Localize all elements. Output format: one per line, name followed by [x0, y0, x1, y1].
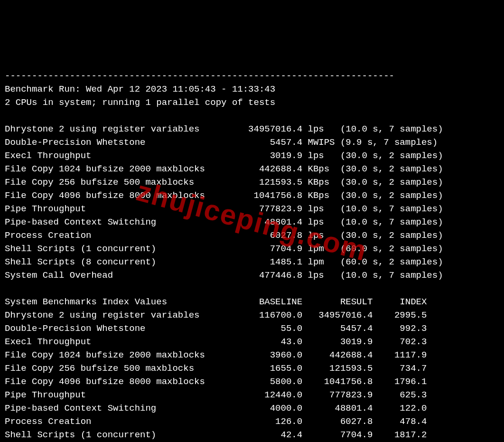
- terminal-output: ----------------------------------------…: [0, 66, 504, 442]
